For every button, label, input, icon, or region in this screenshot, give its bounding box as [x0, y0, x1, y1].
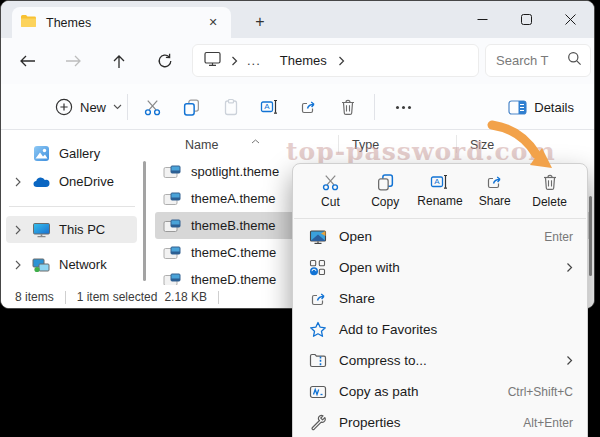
selection-size: 2.18 KB [164, 290, 207, 304]
maximize-button[interactable] [504, 1, 548, 37]
menu-item-label: Compress to... [339, 353, 566, 368]
cut-button[interactable] [133, 89, 172, 125]
context-rename-label: Rename [417, 194, 462, 208]
menu-separator [294, 218, 586, 219]
cut-icon [321, 173, 340, 192]
menu-shortcut: Alt+Enter [523, 416, 573, 430]
menu-item-compress-to[interactable]: Compress to... [293, 345, 587, 376]
file-name: spotlight.theme [191, 164, 279, 179]
forward-button[interactable] [61, 49, 85, 73]
up-button[interactable] [107, 49, 131, 73]
search-icon [567, 51, 582, 70]
menu-item-label: Properties [339, 415, 523, 430]
folder-icon [20, 14, 37, 32]
menu-item-open-with[interactable]: Open with [293, 252, 587, 283]
sort-ascending-icon [251, 130, 260, 148]
menu-item-label: Open with [339, 260, 566, 275]
tab-strip: Themes ✕ + [1, 1, 594, 38]
back-button[interactable] [15, 49, 39, 73]
this-pc-icon [30, 222, 52, 238]
tab-close-icon[interactable]: ✕ [203, 13, 223, 33]
chevron-right-icon[interactable] [6, 260, 30, 270]
sidebar-item-label: OneDrive [59, 174, 114, 189]
minimize-button[interactable] [460, 1, 504, 37]
delete-button[interactable] [328, 89, 367, 125]
menu-item-copy-as-path[interactable]: Copy as path Ctrl+Shift+C [293, 376, 587, 407]
plus-circle-icon [55, 98, 73, 116]
new-button[interactable]: New [47, 91, 130, 123]
menu-item-add-to-favorites[interactable]: Add to Favorites [293, 314, 587, 345]
new-button-label: New [80, 100, 106, 115]
rename-icon: A [430, 173, 449, 191]
menu-item-properties[interactable]: Properties Alt+Enter [293, 407, 587, 437]
open-with-icon [309, 259, 335, 276]
file-name: themeC.theme [191, 245, 276, 260]
submenu-chevron-icon [566, 352, 573, 370]
tab-title: Themes [46, 16, 203, 30]
close-button[interactable] [548, 1, 592, 37]
context-copy-label: Copy [371, 195, 399, 209]
menu-item-label: Add to Favorites [339, 322, 573, 337]
more-options-button[interactable] [386, 89, 420, 125]
sidebar-scrollbar[interactable] [143, 161, 146, 281]
gallery-icon [30, 145, 52, 162]
breadcrumb-ellipsis[interactable]: ... [247, 53, 261, 68]
copy-button[interactable] [172, 89, 211, 125]
address-bar[interactable]: ... Themes [192, 44, 479, 77]
copy-icon [376, 173, 395, 192]
search-input[interactable]: Search T [485, 44, 591, 77]
paste-button[interactable] [211, 89, 250, 125]
sidebar-item-network[interactable]: Network [6, 251, 137, 278]
sidebar-item-label: This PC [59, 222, 105, 237]
refresh-button[interactable] [153, 49, 177, 73]
context-menu: Cut Copy A Rename Share Delete [292, 163, 588, 437]
status-divider [65, 291, 66, 304]
context-copy-button[interactable]: Copy [358, 169, 413, 215]
chevron-right-icon[interactable] [6, 177, 30, 187]
sidebar-item-onedrive[interactable]: OneDrive [6, 168, 137, 195]
open-theme-icon [309, 229, 335, 245]
context-delete-label: Delete [532, 195, 567, 209]
chevron-right-icon [231, 56, 238, 66]
file-name: themeB.theme [191, 218, 276, 233]
menu-item-label: Share [339, 291, 573, 306]
details-label: Details [534, 100, 574, 115]
items-count: 8 items [15, 290, 54, 304]
chevron-right-icon[interactable] [6, 225, 30, 235]
selection-count: 1 item selected [77, 290, 158, 304]
screenshot: Themes ✕ + [0, 0, 600, 437]
copy-path-icon [309, 384, 335, 400]
sidebar-item-this-pc[interactable]: This PC [6, 216, 137, 243]
context-rename-button[interactable]: A Rename [413, 169, 468, 215]
context-cut-button[interactable]: Cut [303, 169, 358, 215]
navigation-bar: ... Themes Search T [1, 38, 594, 84]
menu-shortcut: Ctrl+Shift+C [508, 385, 573, 399]
tab-themes[interactable]: Themes ✕ [12, 7, 231, 38]
breadcrumb-current[interactable]: Themes [280, 53, 327, 68]
new-tab-button[interactable]: + [248, 10, 272, 34]
rename-button[interactable]: A [250, 89, 289, 125]
svg-text:A: A [264, 102, 270, 111]
navigation-pane: Gallery OneDrive [1, 130, 151, 285]
submenu-chevron-icon [566, 259, 573, 277]
file-list-scrollbar[interactable] [589, 196, 592, 276]
sidebar-item-label: Network [59, 257, 107, 272]
menu-item-label: Copy as path [339, 384, 508, 399]
menu-item-share[interactable]: Share [293, 283, 587, 314]
theme-file-icon [163, 246, 185, 260]
share-button[interactable] [289, 89, 328, 125]
menu-item-open[interactable]: Open Enter [293, 221, 587, 252]
sidebar-divider [9, 206, 135, 207]
menu-item-label: Open [339, 229, 544, 244]
ellipsis-icon [396, 106, 411, 109]
details-pane-icon [508, 100, 527, 115]
wrench-icon [309, 414, 335, 431]
sidebar-item-label: Gallery [59, 146, 100, 161]
star-icon [309, 321, 335, 338]
theme-file-icon [163, 219, 185, 233]
column-header-name[interactable]: Name [185, 138, 218, 152]
file-name: themeA.theme [191, 191, 276, 206]
callout-arrow-icon [480, 118, 564, 180]
this-pc-icon [203, 51, 222, 71]
sidebar-item-gallery[interactable]: Gallery [6, 140, 137, 167]
